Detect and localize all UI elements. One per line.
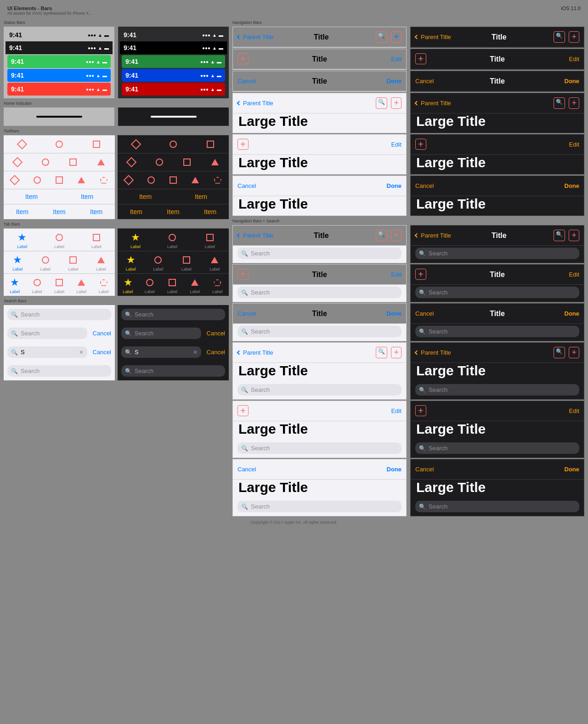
nav-search-icon-dk-10[interactable]: 🔍 (554, 347, 565, 358)
cancel-btn-dk-3[interactable]: Cancel (415, 78, 434, 85)
tabbar-item-pentagon-1[interactable]: Label (98, 277, 110, 294)
tabbar-dk-circle-3[interactable]: Label (144, 277, 156, 294)
tabbar-item-star[interactable]: ★ Label (16, 232, 28, 249)
nav-plus-icon-4[interactable]: + (391, 97, 401, 109)
edit-btn-dk-5[interactable]: Edit (569, 141, 579, 148)
nb-back-1[interactable]: Parent Title (237, 34, 273, 40)
search-input-dk-9[interactable]: 🔍 Search (415, 326, 579, 337)
tabbar-dk-square-2[interactable]: Label (181, 254, 192, 272)
search-input-10[interactable]: 🔍 Search (237, 384, 401, 396)
nb-back-dk-4[interactable]: Parent Title (415, 100, 451, 107)
search-input-dk-10[interactable]: 🔍 Search (415, 384, 579, 396)
cancel-btn-9[interactable]: Cancel (237, 310, 256, 317)
nav-plus-icon-7[interactable]: + (391, 230, 401, 241)
toolbar-square-2[interactable] (68, 157, 78, 167)
nb-back-dk-10[interactable]: Parent Title (415, 349, 451, 356)
tabbar-item-square-2[interactable]: Label (67, 254, 79, 272)
cancel-btn-12[interactable]: Cancel (237, 466, 256, 473)
toolbar-square-3[interactable] (54, 175, 64, 185)
tabbar-dk-star-3[interactable]: ★ Label (123, 277, 133, 294)
toolbar-diamond[interactable] (17, 139, 27, 149)
toolbar-item-2[interactable]: Item (53, 208, 65, 215)
cancel-wrap-dk-6[interactable]: Cancel (415, 182, 447, 189)
search-input-active-dk[interactable]: 🔍 Search (121, 328, 201, 339)
search-input-dk-8[interactable]: 🔍 Search (415, 287, 579, 298)
nav-plus-icon-dk-4[interactable]: + (569, 97, 579, 109)
cancel-wrap-dk-3[interactable]: Cancel (415, 78, 447, 85)
nav-search-icon-10[interactable]: 🔍 (376, 347, 387, 358)
nb-back-4[interactable]: Parent Title (237, 100, 273, 107)
toolbar-circle[interactable] (54, 139, 64, 149)
done-btn-dk-3[interactable]: Done (565, 78, 580, 85)
nb-plus-left[interactable]: + (237, 54, 270, 64)
nav-search-icon-dk-1[interactable]: 🔍 (554, 31, 565, 43)
tabbar-item-triangle-1[interactable]: Label (95, 254, 107, 272)
tabbar-dk-circle-2[interactable]: Label (152, 254, 164, 272)
plus-wrap-dk-11[interactable]: + (415, 406, 447, 416)
done-btn-1[interactable]: Done (387, 78, 402, 85)
tabbar-item-circle-2[interactable]: Label (40, 254, 51, 272)
edit-btn-11[interactable]: Edit (391, 407, 401, 414)
cancel-wrap-12[interactable]: Cancel (237, 466, 270, 473)
tabbar-dk-star-1[interactable]: ★ Label (130, 232, 141, 249)
nav-search-icon-dk-7[interactable]: 🔍 (554, 230, 565, 241)
tabbar-item-square-1[interactable]: Label (90, 232, 102, 249)
tabbar-item-circle-1[interactable]: Label (53, 232, 65, 249)
edit-btn-8[interactable]: Edit (391, 271, 401, 278)
toolbar-pentagon[interactable] (99, 175, 109, 185)
search-input-typing-dk[interactable]: 🔍 S ✕ (121, 346, 201, 358)
toolbar-circle-3[interactable] (32, 175, 42, 185)
search-input-9[interactable]: 🔍 Search (237, 326, 401, 337)
search-input-below-dk[interactable]: 🔍 Search (121, 365, 225, 377)
search-input-12[interactable]: 🔍 Search (237, 501, 401, 512)
toolbar-triangle[interactable] (96, 157, 106, 167)
cancel-wrap-6[interactable]: Cancel (237, 182, 270, 189)
plus-btn-dk-11[interactable]: + (415, 405, 426, 416)
toolbar-square[interactable] (91, 139, 102, 149)
cancel-btn-1[interactable]: Cancel (237, 78, 256, 85)
cancel-wrap-dk-12[interactable]: Cancel (415, 466, 447, 473)
toolbar-dk-square-2[interactable] (182, 157, 192, 167)
nb-back-7[interactable]: Parent Title (237, 232, 273, 239)
toolbar-dk-diamond-2[interactable] (126, 157, 136, 167)
toolbar-dk-circle[interactable] (168, 139, 178, 149)
toolbar-dk-item-right[interactable]: Item (195, 193, 207, 200)
plus-wrap-8[interactable]: + (237, 269, 270, 280)
tabbar-item-triangle-2[interactable]: Label (75, 277, 87, 294)
search-input-dk-11[interactable]: 🔍 Search (415, 442, 579, 454)
nb-back-dk-7[interactable]: Parent Title (415, 232, 451, 239)
toolbar-dk-square[interactable] (205, 139, 215, 149)
plus-wrap-11[interactable]: + (237, 406, 270, 416)
search-input-inactive-dk[interactable]: 🔍 Search (121, 309, 225, 320)
done-btn-dk-12[interactable]: Done (565, 466, 580, 473)
search-input-typing[interactable]: 🔍 S ✕ (7, 346, 87, 358)
search-input-11[interactable]: 🔍 Search (237, 442, 401, 454)
tabbar-dk-square-1[interactable]: Label (204, 232, 216, 249)
search-clear-btn-1[interactable]: ✕ (79, 349, 84, 356)
search-input-inactive[interactable]: 🔍 Search (7, 309, 111, 320)
search-input-dk-7[interactable]: 🔍 Search (415, 248, 579, 259)
search-cancel-dk-2[interactable]: Cancel (207, 349, 225, 356)
plus-btn-dk-5[interactable]: + (415, 139, 426, 150)
toolbar-item-3[interactable]: Item (90, 208, 102, 215)
toolbar-dk-item-3[interactable]: Item (204, 208, 216, 215)
toolbar-dk-triangle[interactable] (210, 157, 220, 167)
toolbar-dk-triangle-2[interactable] (190, 175, 200, 185)
tabbar-dk-square-3[interactable]: Label (166, 277, 178, 294)
cancel-btn-wrap-1[interactable]: Cancel (237, 78, 270, 85)
search-cancel-dk-1[interactable]: Cancel (207, 330, 225, 337)
plus-btn-8[interactable]: + (237, 269, 249, 280)
toolbar-dk-pentagon[interactable] (213, 175, 223, 185)
cancel-wrap-9[interactable]: Cancel (237, 310, 270, 317)
done-btn-dk-6[interactable]: Done (565, 182, 580, 189)
done-btn-9[interactable]: Done (387, 310, 402, 317)
plus-wrap-dk-2[interactable]: + (415, 54, 447, 64)
cancel-btn-6[interactable]: Cancel (237, 182, 256, 189)
search-input-8[interactable]: 🔍 Search (237, 287, 401, 298)
edit-btn-5[interactable]: Edit (391, 141, 401, 148)
cancel-btn-dk-6[interactable]: Cancel (415, 182, 434, 189)
plus-wrap-dk-8[interactable]: + (415, 269, 447, 280)
toolbar-dk-circle-2[interactable] (154, 157, 164, 167)
plus-btn-dk-2[interactable]: + (415, 53, 426, 64)
search-input-7[interactable]: 🔍 Search (237, 248, 401, 259)
